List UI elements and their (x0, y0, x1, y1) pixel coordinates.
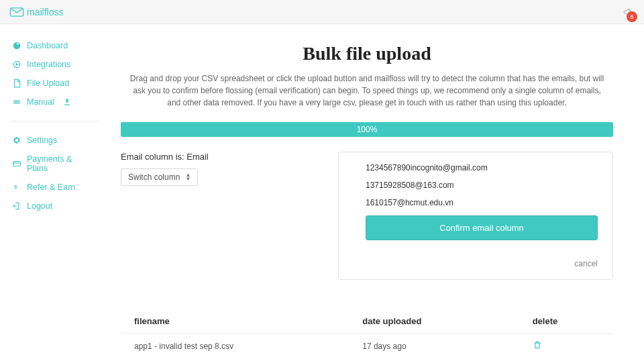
sidebar-item-manual[interactable]: Manual (0, 93, 107, 111)
file-upload-icon (12, 79, 21, 88)
brand-name: mailfloss (27, 7, 63, 17)
svg-text:$: $ (14, 184, 17, 190)
logout-icon (12, 201, 21, 211)
sidebar-item-label: File Upload (27, 79, 69, 88)
sidebar-item-label: Settings (27, 136, 57, 145)
trash-icon[interactable] (533, 342, 542, 352)
confirm-email-column-button[interactable]: Confirm email column (366, 215, 598, 240)
topbar: mailfloss 6 (0, 0, 644, 24)
sample-email: 1610157@hcmut.edu.vn (366, 198, 598, 207)
sidebar-item-label: Manual (27, 97, 54, 107)
sidebar-item-file-upload[interactable]: File Upload (0, 74, 107, 93)
svg-rect-5 (13, 162, 21, 166)
sidebar-item-label: Dashboard (27, 41, 68, 50)
progress-bar: 100% (121, 122, 613, 137)
sidebar-item-label: Payments & Plans (27, 154, 95, 173)
sidebar-divider (9, 121, 98, 121)
main-content: Bulk file upload Drag and drop your CSV … (107, 24, 644, 353)
notification-badge: 6 (627, 11, 637, 22)
email-column-label: Email column is: Email (121, 152, 322, 162)
sidebar-item-dashboard[interactable]: Dashboard (0, 36, 107, 55)
cancel-link[interactable]: cancel (366, 259, 598, 268)
sample-email: 1234567890incognito@gmail.com (366, 163, 598, 172)
svg-point-2 (16, 64, 17, 65)
sample-email: 13715928508@163.com (366, 181, 598, 190)
gear-icon (12, 136, 21, 145)
sidebar-item-payments[interactable]: Payments & Plans (0, 150, 107, 178)
dashboard-icon (12, 41, 21, 50)
sidebar-item-label: Integrations (27, 60, 70, 69)
sidebar-item-integrations[interactable]: Integrations (0, 55, 107, 74)
page-description: Drag and drop your CSV spreadsheet or cl… (125, 72, 608, 109)
sidebar: Dashboard Integrations File Upload Manua… (0, 24, 107, 353)
cell-date: 17 days ago (349, 334, 519, 354)
brand-logo[interactable]: mailfloss (9, 7, 63, 17)
page-title: Bulk file upload (121, 43, 613, 64)
sidebar-item-label: Refer & Earn (27, 183, 75, 192)
cell-filename: app1 - invalid test sep 8.csv (121, 334, 349, 354)
dollar-icon: $ (12, 183, 21, 192)
col-delete: delete (519, 309, 613, 334)
col-filename: filename (121, 309, 349, 334)
upload-icon (62, 97, 72, 107)
card-icon (12, 159, 21, 168)
sidebar-item-label: Logout (27, 201, 52, 211)
manual-icon (12, 97, 21, 107)
sidebar-item-refer[interactable]: $ Refer & Earn (0, 178, 107, 197)
sidebar-item-settings[interactable]: Settings (0, 131, 107, 150)
svg-rect-4 (13, 103, 19, 104)
svg-rect-3 (13, 101, 19, 102)
col-date: date uploaded (349, 309, 519, 334)
switch-column-button[interactable]: Switch column ▲▼ (121, 168, 198, 186)
confirmation-panel: 1234567890incognito@gmail.com 1371592850… (338, 152, 613, 280)
sidebar-item-logout[interactable]: Logout (0, 197, 107, 215)
notifications[interactable]: 6 (623, 6, 635, 18)
table-row: app1 - invalid test sep 8.csv 17 days ag… (121, 334, 613, 354)
files-table: filename date uploaded delete app1 - inv… (121, 309, 613, 353)
mail-icon (9, 7, 24, 17)
sort-icon: ▲▼ (185, 173, 191, 181)
switch-column-label: Switch column (128, 172, 180, 182)
integrations-icon (12, 60, 21, 69)
